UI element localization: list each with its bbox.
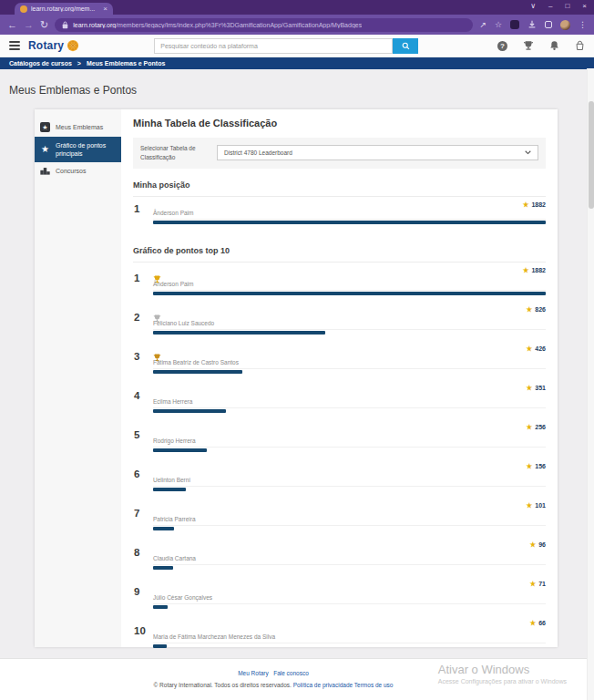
leaderboard-row: ★ 101 7 Patricia Parreira — [133, 498, 546, 537]
back-icon[interactable]: ← — [7, 20, 17, 30]
extension-icon[interactable] — [510, 20, 519, 29]
window-minimize-icon[interactable]: – — [548, 2, 552, 10]
points: ★ 1882 — [523, 201, 546, 209]
reload-icon[interactable]: ↻ — [40, 20, 48, 30]
points-bar — [153, 370, 242, 374]
points: ★ 96 — [529, 540, 546, 549]
help-icon[interactable]: ? — [497, 41, 507, 51]
points-bar — [153, 448, 207, 452]
badge-icon: ★ — [40, 122, 50, 132]
points: ★ 256 — [527, 423, 546, 431]
leaderboard-select-row: Selecionar Tabela de Classificação Distr… — [133, 138, 546, 169]
rotary-logo[interactable]: Rotary — [28, 39, 64, 52]
points-value: 71 — [538, 581, 546, 587]
points: ★ 351 — [527, 384, 546, 392]
breadcrumb-separator: > — [77, 60, 81, 67]
points: ★ 66 — [529, 619, 546, 627]
star-icon: ★ — [529, 580, 536, 588]
browser-menu-icon[interactable]: ⋮ — [579, 20, 587, 29]
breadcrumb-current[interactable]: Meus Emblemas e Pontos — [87, 60, 165, 67]
side-panel-icon[interactable] — [545, 21, 552, 28]
search-input[interactable] — [154, 38, 393, 54]
trophy-slot — [153, 467, 546, 475]
rank: 4 — [134, 390, 139, 401]
download-icon[interactable] — [527, 20, 537, 29]
trophy-slot — [153, 349, 546, 357]
rank: 9 — [134, 586, 139, 597]
windows-activation-watermark: Ativar o Windows Acesse Configurações pa… — [438, 663, 567, 685]
member-name: Uelinton Berni — [153, 475, 546, 487]
bookmark-star-icon[interactable]: ☆ — [495, 20, 502, 29]
star-icon: ★ — [40, 145, 50, 154]
breadcrumb-catalog[interactable]: Catálogos de cursos — [9, 60, 72, 67]
url-text: learn.rotary.org/members/legacy/lms/inde… — [73, 22, 362, 28]
window-close-icon[interactable]: × — [582, 2, 587, 10]
star-icon: ★ — [527, 423, 533, 431]
window-restore-icon[interactable]: ∨ — [530, 2, 536, 10]
leaderboard-row: ★ 96 8 Claudia Cartana — [133, 537, 546, 576]
star-icon: ★ — [529, 619, 536, 627]
search-button[interactable] — [393, 38, 418, 54]
page-footer: Meu Rotary Fale conosco © Rotary Interna… — [0, 658, 587, 700]
link-terms[interactable]: Termos de uso — [354, 682, 394, 688]
content-card: ★ Meus Emblemas ★ Gráfico de pontos prin… — [35, 109, 558, 647]
forward-icon[interactable]: → — [24, 20, 34, 30]
leaderboard-row: ★ 351 4 Ecilma Herrera — [133, 380, 546, 419]
browser-tab[interactable]: learn.rotary.org/mem... × — [15, 3, 113, 15]
points-bar — [153, 292, 546, 295]
selected-leaderboard: District 4780 Leaderboard — [224, 149, 292, 156]
my-position-title: Minha posição — [133, 180, 546, 190]
trophy-icon[interactable] — [523, 40, 534, 51]
leaderboard-title: Minha Tabela de Classificação — [133, 118, 546, 129]
page-scrollbar[interactable] — [587, 68, 594, 700]
url-path: /members/legacy/lms/index.php%3Fr%3DGami… — [116, 22, 362, 28]
points-bar — [153, 331, 325, 335]
star-icon: ★ — [527, 305, 533, 314]
points-bar — [153, 566, 173, 570]
link-fale-conosco[interactable]: Fale conosco — [273, 670, 309, 676]
search-group — [154, 38, 418, 54]
points: ★ 71 — [529, 580, 546, 588]
sidebar-item-meus-emblemas[interactable]: ★ Meus Emblemas — [35, 118, 121, 137]
scrollbar-thumb[interactable] — [589, 101, 594, 209]
address-bar[interactable]: learn.rotary.org/members/legacy/lms/inde… — [55, 18, 473, 32]
chevron-down-icon — [525, 150, 531, 155]
trophy-slot — [153, 623, 546, 632]
bell-icon[interactable] — [549, 40, 559, 51]
watermark-line2: Acesse Configurações para ativar o Windo… — [438, 678, 567, 685]
select-label: Selecionar Tabela de Classificação — [140, 144, 206, 162]
star-icon: ★ — [523, 266, 529, 274]
member-name: Ecilma Herrera — [153, 396, 546, 408]
trophy-slot — [153, 506, 546, 514]
bag-icon[interactable] — [575, 40, 585, 51]
sidebar-item-label: Meus Emblemas — [56, 123, 103, 131]
tab-close-icon[interactable]: × — [103, 5, 108, 13]
share-icon[interactable]: ↗ — [479, 20, 486, 29]
points-value: 826 — [535, 306, 546, 313]
link-privacy[interactable]: Política de privacidade — [293, 682, 353, 688]
leaderboard-select[interactable]: District 4780 Leaderboard — [217, 145, 538, 160]
link-meu-rotary[interactable]: Meu Rotary — [238, 670, 269, 676]
points: ★ 156 — [527, 462, 546, 470]
trophy-slot — [153, 310, 546, 318]
top10-list: ★ 1882 1 Ânderson Paim ★ 826 2 Feliciano… — [133, 262, 546, 654]
rank: 6 — [134, 468, 139, 479]
star-icon: ★ — [527, 384, 533, 392]
sidebar-item-label: Gráfico de pontos principais — [56, 141, 116, 158]
sidebar-item-grafico-de-pontos[interactable]: ★ Gráfico de pontos principais — [35, 137, 121, 162]
star-icon: ★ — [523, 201, 529, 209]
star-icon: ★ — [527, 501, 533, 510]
profile-avatar[interactable] — [560, 20, 570, 30]
window-maximize-icon[interactable]: □ — [565, 2, 569, 10]
my-position-row: ★ 1882 1 Ânderson Paim — [133, 197, 546, 234]
rank: 1 — [134, 273, 139, 283]
hamburger-menu-icon[interactable] — [9, 41, 20, 50]
sidebar-item-concursos[interactable]: Concursos — [35, 162, 121, 180]
member-name: Ânderson Paim — [153, 208, 546, 220]
points-value: 1882 — [531, 201, 546, 208]
top10-title: Gráfico de pontos top 10 — [133, 246, 546, 255]
rank: 1 — [134, 203, 139, 214]
browser-tab-strip: learn.rotary.org/mem... × ∨ – □ × — [0, 0, 594, 15]
rank: 10 — [134, 625, 146, 636]
member-name: Feliciano Luiz Saucedo — [153, 318, 546, 330]
